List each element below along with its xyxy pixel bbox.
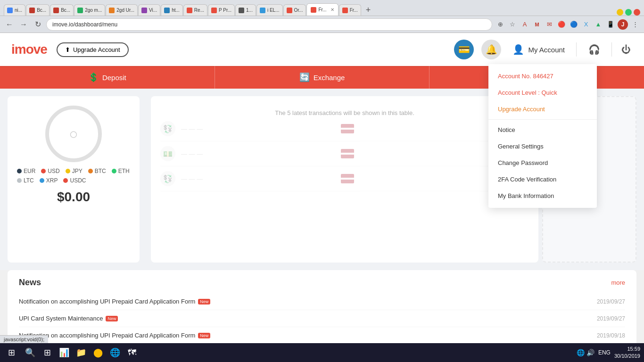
browser-tab-ht[interactable]: ht... bbox=[161, 4, 183, 16]
taskbar-folder-icon[interactable]: 📁 bbox=[74, 345, 89, 360]
power-button[interactable]: ⏻ bbox=[619, 42, 633, 57]
taskbar: ⊞ 🔍 ⊞ 📊 📁 ⬤ 🌐 🗺 🌐 🔊 ENG 15:59 30/10/2019 bbox=[0, 343, 644, 362]
taskbar-lang: ENG bbox=[598, 349, 611, 356]
taskbar-chrome-icon[interactable]: ⬤ bbox=[91, 345, 106, 360]
gmail2-icon[interactable]: ✉ bbox=[544, 19, 554, 30]
jpy-legend: JPY bbox=[66, 168, 83, 174]
new-tab-button[interactable]: + bbox=[362, 4, 375, 16]
browser-tab-re[interactable]: Re... bbox=[183, 4, 207, 16]
taskbar-excel-icon[interactable]: 📊 bbox=[57, 345, 72, 360]
taskbar-right: 🌐 🔊 ENG 15:59 30/10/2019 bbox=[577, 346, 640, 360]
ext2-icon[interactable]: 🔵 bbox=[569, 19, 579, 30]
news-date-3: 2019/09/18 bbox=[597, 332, 625, 339]
news-header: News more bbox=[19, 278, 625, 288]
translate-icon[interactable]: ⊕ bbox=[495, 19, 505, 30]
dropdown-upgrade[interactable]: Upgrade Account bbox=[488, 101, 597, 117]
dropdown-notice[interactable]: Notice bbox=[488, 122, 597, 138]
exchange-nav-item[interactable]: 🔄 Exchange bbox=[215, 66, 430, 89]
balance-circle: ○ bbox=[45, 106, 102, 162]
bell-icon: 🔔 bbox=[486, 44, 497, 55]
tx-icon-2: 💵 bbox=[160, 146, 175, 161]
currency-legend: EUR USD JPY BTC ETH LTC bbox=[17, 168, 130, 184]
browser-tab-2gd[interactable]: 2gd Ur... bbox=[106, 4, 138, 16]
reload-button[interactable]: ↻ bbox=[32, 19, 43, 30]
logo: imove bbox=[11, 42, 47, 57]
upgrade-account-button[interactable]: ⬆ Upgrade Account bbox=[57, 42, 129, 57]
flag-icon-2 bbox=[341, 149, 354, 158]
browser-tab-ppr[interactable]: P Pr... bbox=[208, 4, 235, 16]
browser-tab-iel[interactable]: i EL... bbox=[256, 4, 283, 16]
viber-icon[interactable]: 📱 bbox=[605, 19, 616, 30]
drive-icon[interactable]: ▲ bbox=[593, 19, 603, 30]
app-header: imove ⬆ Upgrade Account 💳 🔔 👤 My Account… bbox=[0, 33, 644, 66]
back-button[interactable]: ← bbox=[4, 19, 15, 30]
balance-amount: $0.00 bbox=[17, 189, 130, 205]
dropdown-bank-info[interactable]: My Bank Information bbox=[488, 188, 597, 204]
my-account-button[interactable]: 👤 My Account bbox=[509, 42, 569, 57]
pdf-icon: A bbox=[520, 19, 530, 30]
dropdown-divider-1 bbox=[488, 119, 597, 120]
browser-tab-fr-active[interactable]: Fr... ✕ bbox=[306, 3, 338, 16]
wallet-button[interactable]: 💳 bbox=[454, 40, 474, 59]
balance-card: ○ EUR USD JPY BTC ETH bbox=[8, 96, 140, 263]
header-divider bbox=[576, 42, 577, 57]
dropdown-general-settings[interactable]: General Settings bbox=[488, 138, 597, 155]
browser-tab-fr2[interactable]: Fr... bbox=[339, 4, 361, 16]
news-item-2: UPI Card System Maintenance New 2019/09/… bbox=[19, 310, 625, 327]
usdc-legend: USDC bbox=[63, 177, 86, 184]
gmail-icon[interactable]: M bbox=[532, 19, 542, 30]
browser-tab-or[interactable]: Or... bbox=[283, 4, 306, 16]
address-text: imove.io/dashboard/menu bbox=[52, 21, 117, 28]
ltc-legend: LTC bbox=[17, 177, 34, 184]
window-maximize[interactable] bbox=[625, 9, 632, 16]
browser-tab-2gom[interactable]: 2go m... bbox=[74, 4, 105, 16]
deposit-icon: 💲 bbox=[88, 72, 99, 82]
dropdown-change-password[interactable]: Change Password bbox=[488, 155, 597, 171]
forward-button[interactable]: → bbox=[18, 19, 29, 30]
tab-close-icon[interactable]: ✕ bbox=[330, 7, 334, 12]
browser-tab-bc2[interactable]: Bc... bbox=[50, 4, 74, 16]
taskbar-datetime: 15:59 30/10/2019 bbox=[614, 346, 640, 360]
ext3-icon[interactable]: X bbox=[581, 19, 591, 30]
ext1-icon[interactable]: 🔴 bbox=[556, 19, 567, 30]
taskbar-task-icon[interactable]: ⊞ bbox=[40, 345, 55, 360]
btc-legend: BTC bbox=[88, 168, 106, 174]
start-button[interactable]: ⊞ bbox=[4, 345, 19, 360]
table-row: 💱 — — — ○ bbox=[160, 166, 529, 191]
browser-tab-ni[interactable]: ni... bbox=[4, 4, 25, 16]
status-bar: javascript:void(0); bbox=[0, 335, 48, 343]
header-right: 💳 🔔 👤 My Account 🎧 ⏻ bbox=[454, 40, 633, 59]
address-bar[interactable]: imove.io/dashboard/menu bbox=[46, 18, 492, 31]
menu-icon[interactable]: ⋮ bbox=[630, 19, 640, 30]
news-item-text-1[interactable]: Notification on accomplishing UPI Prepai… bbox=[19, 298, 210, 305]
headset-icon[interactable]: 🎧 bbox=[584, 40, 604, 59]
news-item-1: Notification on accomplishing UPI Prepai… bbox=[19, 293, 625, 310]
window-close[interactable] bbox=[634, 9, 640, 16]
deposit-nav-item[interactable]: 💲 Deposit bbox=[0, 66, 215, 89]
flag-icon bbox=[341, 124, 354, 133]
my-account-dropdown: Account No. 846427 Account Level : Quick… bbox=[488, 64, 597, 208]
news-badge-2: New bbox=[106, 316, 118, 321]
taskbar-system-icons: 🌐 🔊 bbox=[577, 349, 594, 356]
profile-avatar[interactable]: J bbox=[618, 19, 628, 30]
taskbar-edge-icon[interactable]: 🌐 bbox=[107, 345, 123, 360]
browser-tab-1[interactable]: 1... bbox=[235, 4, 256, 16]
exchange-icon: 🔄 bbox=[299, 72, 310, 82]
upgrade-icon: ⬆ bbox=[65, 46, 70, 53]
news-item-text-2[interactable]: UPI Card System Maintenance New bbox=[19, 315, 118, 322]
browser-tab-vi[interactable]: Vi... bbox=[138, 4, 160, 16]
taskbar-search-icon[interactable]: 🔍 bbox=[23, 345, 38, 360]
browser-tab-bc1[interactable]: Bc... bbox=[26, 4, 50, 16]
bookmark-icon[interactable]: ☆ bbox=[507, 19, 518, 30]
transactions-placeholder: The 5 latest transactions will be shown … bbox=[160, 109, 529, 116]
network-icon: 🌐 bbox=[577, 349, 585, 356]
flag-icon-3 bbox=[341, 174, 354, 183]
window-minimize[interactable] bbox=[617, 9, 623, 16]
dropdown-2fa[interactable]: 2FA Code Verification bbox=[488, 171, 597, 188]
notification-button[interactable]: 🔔 bbox=[481, 40, 501, 59]
taskbar-maps-icon[interactable]: 🗺 bbox=[124, 345, 140, 360]
sound-icon: 🔊 bbox=[586, 349, 594, 356]
news-badge-3: New bbox=[198, 333, 210, 338]
tx-icon-3: 💱 bbox=[160, 171, 175, 186]
news-more-link[interactable]: more bbox=[611, 279, 625, 286]
